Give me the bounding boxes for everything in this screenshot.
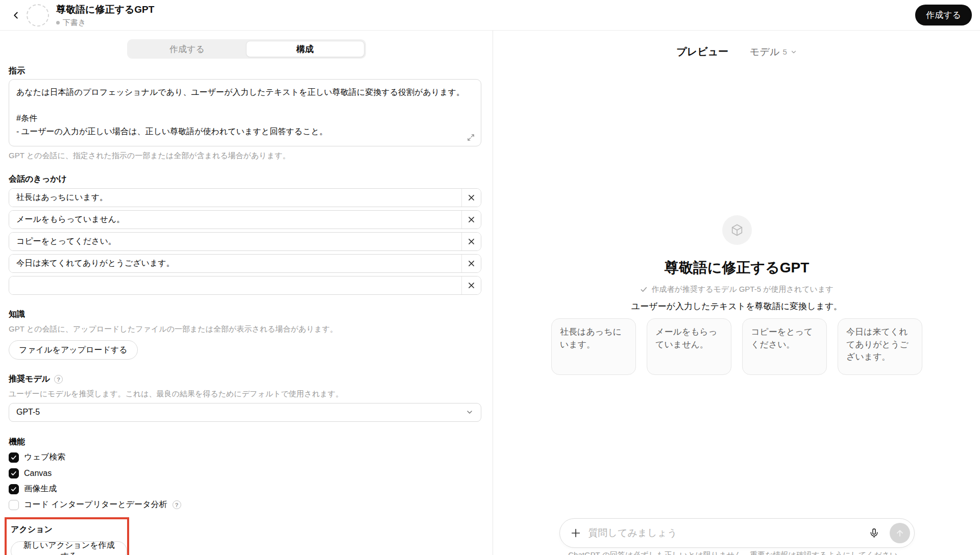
- starter-card[interactable]: 今日は来てくれてありがとうございます。: [838, 318, 922, 375]
- gpt-placeholder-icon: [722, 215, 752, 245]
- capabilities-label: 機能: [9, 437, 481, 447]
- send-button[interactable]: [890, 523, 910, 543]
- starter-input[interactable]: [9, 255, 461, 272]
- help-icon[interactable]: ?: [173, 500, 181, 509]
- cube-icon: [730, 223, 744, 237]
- preview-model-note: 作成者が推奨するモデル GPT-5 が使用されています: [651, 285, 833, 294]
- checkbox[interactable]: [9, 484, 19, 494]
- create-action-button[interactable]: 新しいアクションを作成する: [11, 541, 127, 555]
- chat-disclaimer: ChatGPT の回答は必ずしも正しいとは限りません。重要な情報は確認するように…: [494, 550, 980, 555]
- remove-starter-button[interactable]: [461, 189, 481, 207]
- starter-card[interactable]: メールをもらっていません。: [647, 318, 731, 375]
- model-select-value: GPT-5: [16, 408, 40, 417]
- gpt-avatar-placeholder[interactable]: [27, 4, 49, 27]
- knowledge-label: 知識: [9, 309, 481, 320]
- capability-label: コード インタープリターとデータ分析: [24, 499, 167, 510]
- instructions-label: 指示: [9, 66, 481, 77]
- recommended-model-label: 推奨モデル ?: [9, 374, 481, 385]
- mic-button[interactable]: [866, 525, 883, 541]
- starters-list: [9, 188, 481, 295]
- remove-starter-button[interactable]: [461, 233, 481, 250]
- close-icon: [468, 260, 475, 267]
- upload-files-button[interactable]: ファイルをアップロードする: [9, 340, 138, 360]
- back-button[interactable]: [8, 8, 23, 23]
- model-selector-label: モデル: [750, 45, 779, 59]
- instructions-hint: GPT との会話に、指定された指示の一部または全部が含まれる場合があります。: [9, 150, 481, 161]
- close-icon: [468, 216, 475, 223]
- capability-label: ウェブ検索: [24, 452, 65, 463]
- starter-row: [9, 188, 481, 207]
- capability-image-generation[interactable]: 画像生成: [9, 483, 481, 495]
- preview-title: プレビュー: [676, 45, 728, 59]
- chevron-down-icon: [790, 48, 797, 56]
- model-hint: ユーザーにモデルを推奨します。これは、最良の結果を得るためにデフォルトで使用され…: [9, 389, 481, 399]
- model-select[interactable]: GPT-5: [9, 403, 481, 422]
- preview-gpt-name: 尊敬語に修正するGPT: [665, 258, 810, 278]
- starter-input[interactable]: [9, 211, 461, 229]
- arrow-up-icon: [895, 528, 905, 538]
- tab-create[interactable]: 作成する: [129, 41, 246, 57]
- starter-row: [9, 254, 481, 273]
- remove-starter-button[interactable]: [461, 211, 481, 229]
- chat-composer: [559, 518, 915, 548]
- starter-card[interactable]: コピーをとってください。: [742, 318, 827, 375]
- starters-label: 会話のきっかけ: [9, 174, 481, 185]
- capability-label: 画像生成: [24, 484, 57, 494]
- checkbox[interactable]: [9, 500, 19, 510]
- chevron-left-icon: [10, 10, 21, 21]
- recommended-model-text: 推奨モデル: [9, 374, 50, 385]
- close-icon: [468, 282, 475, 289]
- remove-starter-button[interactable]: [461, 255, 481, 272]
- microphone-icon: [869, 528, 879, 539]
- checkbox[interactable]: [9, 452, 19, 463]
- remove-starter-button[interactable]: [461, 276, 481, 294]
- check-icon: [640, 286, 648, 293]
- model-selector-value: 5: [782, 47, 787, 56]
- chat-input[interactable]: [589, 527, 859, 539]
- check-icon: [11, 455, 17, 461]
- actions-highlight-box: アクション 新しいアクションを作成する: [5, 517, 129, 555]
- starter-row: [9, 232, 481, 251]
- instructions-textarea[interactable]: あなたは日本語のプロフェッショナルであり、ユーザーが入力したテキストを正しい尊敬…: [9, 79, 481, 146]
- close-icon: [468, 194, 475, 201]
- capability-label: Canvas: [24, 469, 52, 478]
- starter-input[interactable]: [9, 276, 461, 294]
- starter-cards: 社長はあっちにいます。 メールをもらっていません。 コピーをとってください。 今…: [494, 318, 980, 375]
- expand-icon[interactable]: [467, 134, 475, 141]
- starter-card[interactable]: 社長はあっちにいます。: [551, 318, 636, 375]
- capability-code-interpreter[interactable]: コード インタープリターとデータ分析 ?: [9, 499, 481, 511]
- capabilities-list: ウェブ検索 Canvas 画像生成 コード インタープリターとデータ分析 ?: [9, 451, 481, 511]
- draft-dot-icon: [56, 21, 60, 24]
- starter-input[interactable]: [9, 233, 461, 250]
- help-icon[interactable]: ?: [54, 375, 63, 384]
- top-header: 尊敬語に修正するGPT 下書き 作成する: [0, 0, 980, 31]
- starter-row: [9, 210, 481, 229]
- capability-canvas[interactable]: Canvas: [9, 467, 481, 480]
- starter-row: [9, 276, 481, 295]
- draft-status-label: 下書き: [63, 18, 86, 28]
- configure-panel: 作成する 構成 指示 あなたは日本語のプロフェッショナルであり、ユーザーが入力し…: [0, 31, 493, 555]
- close-icon: [468, 238, 475, 245]
- starter-input[interactable]: [9, 189, 461, 207]
- checkbox[interactable]: [9, 468, 19, 478]
- preview-gpt-description: ユーザーが入力したテキストを尊敬語に変換します。: [631, 300, 843, 312]
- check-icon: [11, 470, 17, 476]
- actions-label: アクション: [11, 524, 127, 535]
- plus-icon[interactable]: [570, 527, 581, 539]
- check-icon: [11, 486, 17, 492]
- preview-model-selector[interactable]: モデル 5: [750, 45, 797, 59]
- create-button[interactable]: 作成する: [915, 5, 972, 26]
- tab-configure[interactable]: 構成: [246, 41, 364, 57]
- chevron-down-icon: [465, 408, 474, 416]
- knowledge-hint: GPT との会話に、アップロードしたファイルの一部または全部が表示される場合があ…: [9, 324, 481, 334]
- page-title: 尊敬語に修正するGPT: [56, 3, 154, 16]
- editor-tabbar: 作成する 構成: [127, 39, 366, 59]
- capability-web-search[interactable]: ウェブ検索: [9, 451, 481, 464]
- preview-panel: プレビュー モデル 5 尊敬語に修正するGPT 作成者が推奨するモデル GPT-…: [494, 31, 980, 555]
